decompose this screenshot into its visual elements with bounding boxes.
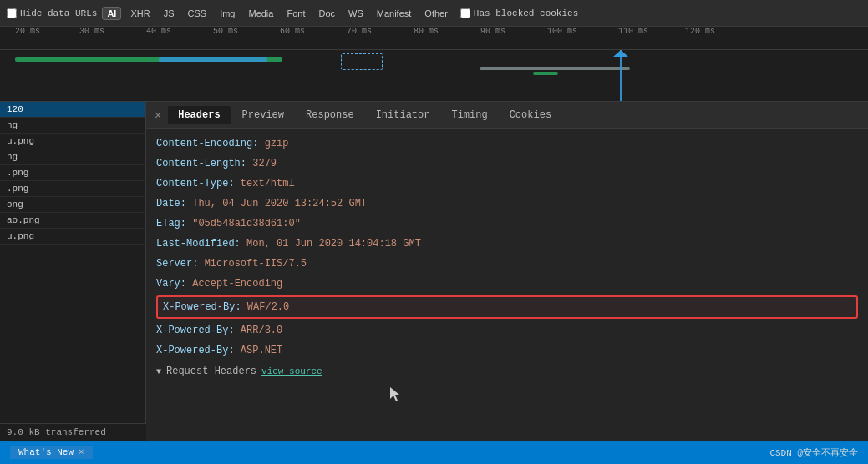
filter-img[interactable]: Img bbox=[216, 7, 239, 20]
timeline-area: 20 ms 30 ms 40 ms 50 ms 60 ms 70 ms 80 m… bbox=[0, 27, 868, 102]
tab-initiator[interactable]: Initiator bbox=[366, 106, 440, 124]
net-bar-4 bbox=[533, 72, 558, 75]
tick-90ms: 90 ms bbox=[480, 27, 505, 36]
hide-data-urls-checkbox[interactable] bbox=[7, 8, 17, 18]
hide-data-urls-label[interactable]: Hide data URLs bbox=[7, 8, 97, 18]
tab-headers[interactable]: Headers bbox=[168, 106, 230, 124]
loading-indicator bbox=[341, 53, 383, 70]
tick-70ms: 70 ms bbox=[347, 27, 372, 36]
sidebar-item-4[interactable]: .png bbox=[0, 165, 145, 181]
filter-css[interactable]: CSS bbox=[184, 7, 211, 20]
ai-button[interactable]: AI bbox=[102, 7, 121, 20]
header-etag: ETag: "05d548a1d38d61:0" bbox=[156, 214, 858, 234]
tab-preview[interactable]: Preview bbox=[232, 106, 294, 124]
tab-response[interactable]: Response bbox=[296, 106, 364, 124]
has-blocked-cookies-checkbox[interactable] bbox=[460, 8, 470, 18]
tick-40ms: 40 ms bbox=[146, 27, 171, 36]
sidebar-item-7[interactable]: ao.png bbox=[0, 213, 145, 229]
filter-font[interactable]: Font bbox=[282, 7, 309, 20]
header-x-powered-by-arr: X-Powered-By: ARR/3.0 bbox=[156, 320, 858, 340]
tick-120ms: 120 ms bbox=[685, 27, 715, 36]
header-content-encoding: Content-Encoding: gzip bbox=[156, 134, 858, 154]
section-arrow: ▼ bbox=[156, 367, 161, 376]
sidebar-item-6[interactable]: ong bbox=[0, 197, 145, 213]
sidebar: 120 ng u.png ng .png .png ong ao.png u.p… bbox=[0, 102, 146, 441]
header-date: Date: Thu, 04 Jun 2020 13:24:52 GMT bbox=[156, 194, 858, 214]
tab-bar: × Headers Preview Response Initiator Tim… bbox=[146, 102, 868, 129]
timeline-ruler: 20 ms 30 ms 40 ms 50 ms 60 ms 70 ms 80 m… bbox=[0, 27, 868, 50]
header-last-modified: Last-Modified: Mon, 01 Jun 2020 14:04:18… bbox=[156, 234, 858, 254]
tick-20ms: 20 ms bbox=[15, 27, 40, 36]
filter-doc[interactable]: Doc bbox=[314, 7, 339, 20]
close-panel-button[interactable]: × bbox=[150, 109, 166, 121]
sidebar-item-5[interactable]: .png bbox=[0, 181, 145, 197]
tick-30ms: 30 ms bbox=[79, 27, 104, 36]
header-x-powered-by-waf: X-Powered-By: WAF/2.0 bbox=[156, 295, 858, 319]
header-content-type: Content-Type: text/html bbox=[156, 174, 858, 194]
header-server: Server: Microsoft-IIS/7.5 bbox=[156, 254, 858, 274]
sidebar-item-0[interactable]: 120 bbox=[0, 102, 145, 118]
filter-media[interactable]: Media bbox=[244, 7, 277, 20]
tick-80ms: 80 ms bbox=[414, 27, 439, 36]
mouse-cursor-icon bbox=[390, 387, 402, 402]
filter-js[interactable]: JS bbox=[160, 7, 179, 20]
filter-manifest[interactable]: Manifest bbox=[373, 7, 416, 20]
timeline-tracks bbox=[0, 50, 868, 102]
header-content-length: Content-Length: 3279 bbox=[156, 154, 858, 174]
bottom-bar: What's New × CSDN @安全不再安全 bbox=[0, 441, 868, 464]
has-blocked-cookies-label[interactable]: Has blocked cookies bbox=[460, 8, 578, 18]
section-label: Request Headers bbox=[166, 366, 256, 377]
whats-new-tab[interactable]: What's New × bbox=[10, 446, 93, 459]
sidebar-item-1[interactable]: ng bbox=[0, 118, 145, 134]
sidebar-item-2[interactable]: u.png bbox=[0, 134, 145, 149]
request-headers-section[interactable]: ▼ Request Headers view source bbox=[156, 361, 858, 381]
sidebar-footer: 9.0 kB transferred bbox=[0, 423, 146, 441]
header-x-powered-by-aspnet: X-Powered-By: ASP.NET bbox=[156, 340, 858, 361]
header-vary: Vary: Accept-Encoding bbox=[156, 274, 858, 294]
sidebar-item-3[interactable]: ng bbox=[0, 149, 145, 165]
timeline-marker bbox=[613, 50, 628, 57]
headers-content[interactable]: Content-Encoding: gzip Content-Length: 3… bbox=[146, 129, 868, 441]
branding-text: CSDN @安全不再安全 bbox=[769, 446, 858, 459]
tick-50ms: 50 ms bbox=[213, 27, 238, 36]
net-bar-3 bbox=[480, 67, 630, 70]
tab-timing[interactable]: Timing bbox=[441, 106, 497, 124]
has-blocked-cookies-text: Has blocked cookies bbox=[474, 8, 578, 18]
tick-60ms: 60 ms bbox=[280, 27, 305, 36]
whats-new-label: What's New bbox=[18, 447, 74, 457]
filter-ws[interactable]: WS bbox=[344, 7, 368, 20]
net-bar-2 bbox=[159, 57, 267, 62]
view-source-link[interactable]: view source bbox=[261, 366, 322, 376]
tick-100ms: 100 ms bbox=[547, 27, 577, 36]
tick-110ms: 110 ms bbox=[618, 27, 648, 36]
filter-other[interactable]: Other bbox=[420, 7, 452, 20]
filter-xhr[interactable]: XHR bbox=[126, 7, 154, 20]
timeline-cursor-line bbox=[620, 50, 622, 102]
sidebar-item-8[interactable]: u.png bbox=[0, 229, 145, 245]
whats-new-close-button[interactable]: × bbox=[79, 447, 84, 457]
hide-data-urls-text: Hide data URLs bbox=[20, 8, 97, 18]
detail-panel: × Headers Preview Response Initiator Tim… bbox=[146, 102, 868, 441]
tab-cookies[interactable]: Cookies bbox=[500, 106, 561, 124]
filter-bar: Hide data URLs AI XHR JS CSS Img Media F… bbox=[0, 0, 868, 27]
